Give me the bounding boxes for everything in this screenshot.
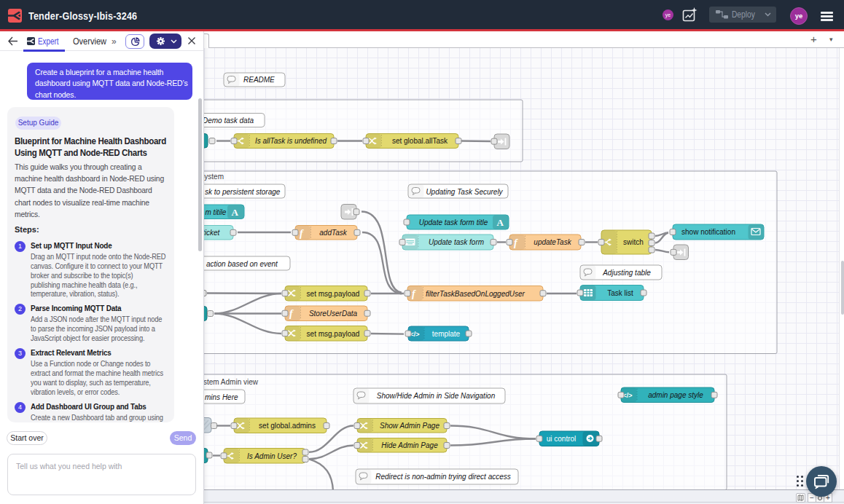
svg-text:A: A	[232, 207, 239, 218]
svg-text:A: A	[497, 217, 504, 228]
svg-text:Show/Hide Admin in Side Naviga: Show/Hide Admin in Side Navigation	[377, 392, 496, 400]
svg-text:Show Admin Page: Show Admin Page	[380, 422, 439, 430]
svg-text:switch: switch	[623, 238, 644, 246]
svg-text:set msg.payload: set msg.payload	[307, 330, 360, 338]
svg-text:show notification: show notification	[681, 228, 735, 236]
svg-text:template: template	[432, 330, 461, 338]
svg-text:ticket: ticket	[203, 229, 221, 237]
svg-text:updateTask: updateTask	[534, 238, 571, 246]
svg-text:set global.allTask: set global.allTask	[392, 137, 448, 145]
svg-text:Task list: Task list	[607, 289, 633, 297]
svg-text:admin page style: admin page style	[648, 391, 703, 399]
svg-text:set msg.payload: set msg.payload	[307, 290, 360, 298]
svg-text:Hide Admin Page: Hide Admin Page	[381, 441, 438, 449]
svg-text:ui control: ui control	[547, 435, 577, 443]
svg-text:Demo task data: Demo task data	[203, 117, 254, 125]
svg-text:Update task form title: Update task form title	[419, 218, 488, 227]
svg-text:Is Admin User?: Is Admin User?	[247, 452, 297, 460]
svg-text:Adjusting table: Adjusting table	[602, 269, 651, 277]
svg-text:filterTaskBasedOnLoggedUser: filterTaskBasedOnLoggedUser	[426, 290, 525, 298]
svg-text:m titile: m titile	[206, 208, 227, 216]
svg-text:mins Here: mins Here	[205, 393, 238, 401]
svg-text:set global.admins: set global.admins	[259, 422, 316, 430]
svg-text:action based on event: action based on event	[206, 260, 278, 268]
svg-text:README: README	[243, 76, 275, 84]
svg-text:Update task form: Update task form	[429, 238, 484, 246]
svg-text:sk to persistent storage: sk to persistent storage	[205, 188, 281, 196]
svg-text:StoreUserData: StoreUserData	[309, 310, 358, 318]
svg-text:Updating Task Securely: Updating Task Securely	[426, 188, 503, 196]
svg-text:addTask: addTask	[319, 229, 347, 237]
svg-text:Redirect is non-admin trying d: Redirect is non-admin trying direct acce…	[375, 473, 511, 481]
svg-text:Is allTask is undefined: Is allTask is undefined	[255, 137, 327, 145]
